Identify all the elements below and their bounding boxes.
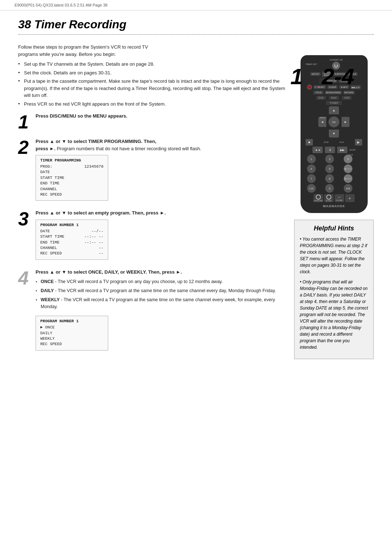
bullet-item: Put a tape in the cassette compartment. … (18, 78, 285, 99)
tuner-button[interactable]: TUNER (326, 101, 342, 105)
step-2-instruction: Press ▲ or ▼ to select TIMER PROGRAMMING… (36, 138, 285, 152)
play-button[interactable]: ▶ (355, 139, 362, 146)
remote-container: 1 2-4 TIMER SET STANDBY·ON SETUP (294, 44, 374, 213)
step-4-number: 4 (18, 269, 31, 287)
bullet-item: Set the clock. Details are on pages 30-3… (18, 69, 285, 77)
standby-label: STANDBY·ON (330, 59, 342, 61)
pause-button[interactable]: ⏸ (325, 147, 335, 153)
page-title: 38 Timer Recording (18, 18, 374, 31)
step4-bullet: ONCE - The VCR will record a TV program … (36, 278, 285, 285)
step-3-content: Press ▲ or ▼ to select an empty program.… (36, 209, 285, 262)
step-1-number: 1 (18, 112, 31, 131)
step-1-instruction: Press DISC/MENU so the MENU appears. (36, 112, 285, 120)
num-1-button[interactable]: 1 (307, 155, 316, 163)
step-4-screen: PROGRAM NUMBER 1 ► ONCE DAILY WEEKLY REC… (36, 316, 108, 351)
step-3-number: 3 (18, 209, 31, 228)
nav-up-button[interactable]: ▲ (329, 106, 339, 114)
step-3-screen: PROGRAM NUMBER 1 DATE--/-- START TIME--:… (36, 220, 108, 260)
num-6-button[interactable]: 6VCR/TV (344, 164, 352, 173)
step-3-block: 3 Press ▲ or ▼ to select an empty progra… (18, 209, 285, 262)
step-3-instruction: Press ▲ or ▼ to select an empty program.… (36, 209, 285, 217)
ab-button[interactable]: A·B (344, 184, 352, 193)
vcr-button[interactable]: VCR (342, 96, 352, 100)
title-button[interactable]: TITLE (313, 91, 323, 94)
rew-button[interactable]: ◄◄ (313, 147, 323, 153)
num-4-button[interactable]: 4 (307, 164, 316, 173)
screen-4-title: PROGRAM NUMBER 1 (40, 319, 103, 323)
num-9-button[interactable]: 9SEARCH (344, 174, 352, 183)
return-button[interactable]: RETURN (343, 91, 355, 94)
step-2-screen: TIMER PROGRAMMING PROG:12345678 DATE STA… (36, 155, 108, 201)
page-header: E9000(P01-54).QX33.latest 03.6.5 2:51 AM… (0, 0, 392, 11)
sidebar-area: 1 2-4 TIMER SET STANDBY·ON SETUP (294, 44, 374, 359)
hint-1: You cannot access the TIMER PROGRAMMING … (300, 236, 368, 275)
slow-label: SLOW (350, 149, 355, 151)
step-4-content: Press ▲ or ▼ to select ONCE, DAILY, or W… (36, 269, 285, 353)
menu-label: MENU (320, 116, 326, 119)
step-1-block: 1 Press DISC/MENU so the MENU appears. (18, 112, 285, 131)
step-2-number: 2 (18, 138, 31, 157)
mode-speed-button[interactable]: MODE/SPEED (325, 91, 342, 94)
num-5-button[interactable]: 5 (325, 164, 334, 173)
dvd-button[interactable]: DVD (316, 96, 326, 100)
ok-button[interactable]: OK (328, 116, 339, 127)
section-divider (18, 34, 374, 35)
helpful-hints-text: You cannot access the TIMER PROGRAMMING … (300, 236, 368, 351)
step-overlay-numbers: 1 2-4 (290, 65, 354, 88)
step4-bullet: DAILY - The VCR will record a TV program… (36, 287, 285, 294)
stop-button[interactable]: ■ (306, 139, 313, 146)
step-4-bullets: ONCE - The VCR will record a TV program … (36, 278, 285, 310)
brand-label: MAGNAVOX (304, 204, 364, 208)
helpful-hints-title: Helpful Hints (300, 225, 368, 232)
bullet-item: Press VCR so the red VCR light appears o… (18, 101, 285, 108)
num-8-button[interactable]: 8 (325, 174, 334, 183)
step-4-instruction: Press ▲ or ▼ to select ONCE, DAILY, or W… (36, 269, 285, 276)
step4-bullet: WEEKLY - The VCR will record a TV progra… (36, 296, 285, 310)
screen-2-title: TIMER PROGRAMMING (40, 158, 103, 163)
disc-label: DISC (329, 96, 339, 100)
vol-minus-button[interactable]: − VOLUME (335, 194, 344, 202)
plus10-button[interactable]: +10 (307, 184, 316, 193)
step-2-block: 2 Press ▲ or ▼ to select TIMER PROGRAMMI… (18, 138, 285, 203)
surround-button[interactable]: SURROUND (314, 194, 323, 202)
nav-down-button[interactable]: ▼ (329, 130, 339, 138)
helpful-hints-box: Helpful Hints You cannot access the TIME… (294, 220, 374, 359)
num-3-button[interactable]: 3SLOW (344, 155, 352, 163)
stop-label: STOP (324, 141, 329, 143)
num-0-button[interactable]: 0 (325, 184, 334, 193)
header-text: E9000(P01-54).QX33.latest 03.6.5 2:51 AM… (15, 3, 107, 7)
ff-button[interactable]: ▶▶ (337, 147, 347, 153)
play-label: PLAY (340, 141, 344, 143)
intro-bullets: Set up the TV channels at the System. De… (18, 61, 285, 107)
step-2-content: Press ▲ or ▼ to select TIMER PROGRAMMING… (36, 138, 285, 203)
step-4-block: 4 Press ▲ or ▼ to select ONCE, DAILY, or… (18, 269, 285, 353)
num-2-button[interactable]: 2 (325, 155, 334, 163)
screen-3-title: PROGRAM NUMBER 1 (40, 223, 103, 227)
step-1-content: Press DISC/MENU so the MENU appears. (36, 112, 285, 123)
bullet-item: Set up the TV channels at the System. De… (18, 61, 285, 68)
num-7-button[interactable]: 7 (307, 174, 316, 183)
nav-right-button[interactable]: ► (342, 117, 350, 127)
intro-line1: Follow these steps to program the System… (18, 44, 285, 58)
sound-button[interactable]: SOUND (324, 194, 334, 202)
hint-2: Only programs that will air Monday-Frida… (300, 279, 368, 351)
main-steps: Follow these steps to program the System… (18, 44, 285, 359)
vol-plus-button[interactable]: + (345, 194, 355, 202)
